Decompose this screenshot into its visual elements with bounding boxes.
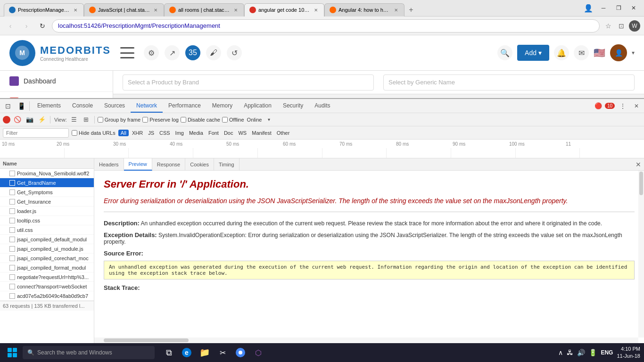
tab-memory[interactable]: Memory (206, 99, 238, 113)
clear-button[interactable]: 🚫 (12, 115, 23, 125)
detail-scrollbar-thumb[interactable] (639, 172, 643, 195)
vs-app[interactable]: ⬡ (250, 344, 267, 361)
tab-security[interactable]: Security (277, 99, 309, 113)
filter-img[interactable]: Img (173, 130, 186, 136)
detail-close-button[interactable]: ✕ (633, 159, 644, 170)
request-item-10[interactable]: jsapi_compiled_format_modul (0, 263, 94, 272)
volume-icon[interactable]: 🔊 (577, 349, 585, 356)
share-icon[interactable]: ↗ (165, 45, 180, 60)
filter-icon[interactable]: ⚡ (37, 115, 47, 125)
hide-data-urls-checkbox[interactable]: Hide data URLs (72, 130, 116, 136)
browser-tab-3[interactable]: all rooms | chat.stackove... ✕ (164, 3, 244, 16)
restore-button[interactable]: ❐ (612, 3, 625, 13)
file-explorer-app[interactable]: 📁 (196, 344, 213, 361)
filter-doc[interactable]: Doc (222, 130, 235, 136)
tab-console[interactable]: Console (66, 99, 99, 113)
browser-tab-2[interactable]: JavaScript | chat.stackove... ✕ (84, 3, 164, 16)
record-button[interactable] (3, 116, 10, 123)
request-item-11[interactable]: negotiate?requestUrl=http%3... (0, 272, 94, 282)
request-item-8[interactable]: jsapi_compiled_ui_module.js (0, 244, 94, 254)
profile-icon-addr[interactable]: W (629, 20, 640, 32)
tab-network[interactable]: Network (131, 99, 163, 113)
preserve-log-checkbox[interactable]: Preserve log (142, 117, 179, 123)
response-tab[interactable]: Response (152, 158, 186, 171)
request-item-4[interactable]: loader.js (0, 206, 94, 216)
disable-cache-input[interactable] (181, 117, 186, 123)
detail-hscroll-thumb[interactable] (104, 338, 189, 342)
filter-xhr[interactable]: XHR (130, 130, 145, 136)
offline-checkbox[interactable]: Offline (222, 117, 244, 123)
tab-application[interactable]: Application (238, 99, 277, 113)
start-button[interactable] (4, 344, 21, 361)
tab-close-3[interactable]: ✕ (232, 7, 239, 13)
search-icon[interactable]: 🔍 (497, 45, 512, 60)
preserve-log-input[interactable] (142, 117, 148, 123)
headers-tab[interactable]: Headers (94, 158, 124, 171)
request-item-5[interactable]: tooltip.css (0, 216, 94, 225)
generic-select[interactable]: Select by Generic Name (383, 74, 635, 90)
more-devtools-icon[interactable]: ⋮ (617, 100, 629, 112)
reload-button[interactable]: ↻ (36, 19, 49, 33)
filter-ws[interactable]: WS (236, 130, 248, 136)
profile-button[interactable]: 👤 (582, 3, 595, 13)
minimize-button[interactable]: ─ (597, 3, 610, 13)
browser-tab-5[interactable]: Angular 4: how to handle... ✕ (324, 3, 405, 16)
tab-performance[interactable]: Performance (163, 99, 206, 113)
cast-icon[interactable]: ⊡ (616, 20, 627, 32)
network-throttle-dropdown[interactable]: ▾ (264, 115, 274, 125)
show-hidden-icon[interactable]: ∧ (558, 349, 563, 356)
filter-js[interactable]: JS (146, 130, 156, 136)
brush-icon[interactable]: 🖌 (206, 45, 221, 60)
forward-button[interactable]: › (20, 19, 33, 33)
group-by-frame-checkbox[interactable]: Group by frame (98, 117, 140, 123)
capture-screenshot-icon[interactable]: 📷 (25, 115, 35, 125)
request-item-3[interactable]: Get_Insurance (0, 197, 94, 206)
email-icon[interactable]: ✉ (574, 45, 589, 60)
taskview-app[interactable]: ⧉ (160, 344, 177, 361)
hamburger-menu-icon[interactable] (120, 47, 134, 58)
battery-icon[interactable]: 🔋 (589, 349, 597, 356)
taskbar-search[interactable]: 🔍 Search the web and Windows (23, 346, 155, 359)
device-toolbar-icon[interactable]: 📱 (15, 100, 27, 112)
tab-audits[interactable]: Audits (309, 99, 336, 113)
tab-close-4[interactable]: ✕ (313, 7, 319, 13)
offline-input[interactable] (222, 117, 228, 123)
tab-close-1[interactable]: ✕ (72, 7, 79, 13)
request-item-0[interactable]: Proxima_Nova_Semibold.woff2 (0, 169, 94, 178)
filter-input[interactable] (3, 128, 69, 138)
address-input[interactable] (52, 19, 600, 33)
tab-close-2[interactable]: ✕ (152, 7, 159, 13)
add-button[interactable]: Add ▾ (517, 45, 549, 61)
brand-select[interactable]: Select a Product by Brand (123, 74, 374, 90)
refresh-icon[interactable]: ↺ (227, 45, 242, 60)
browser-tab-4[interactable]: angular get code 10000 ... ✕ (244, 3, 324, 16)
preview-tab[interactable]: Preview (124, 158, 152, 171)
filter-media[interactable]: Media (187, 130, 205, 136)
view-large-icon[interactable]: ⊞ (81, 115, 91, 125)
edge-app[interactable]: e (178, 344, 195, 361)
request-item-9[interactable]: jsapi_compiled_corechart_moc (0, 254, 94, 263)
browser-tab-1[interactable]: PrescriptionManagement ✕ (4, 3, 84, 16)
filter-all-button[interactable]: All (118, 130, 129, 136)
tab-sources[interactable]: Sources (99, 99, 131, 113)
settings-icon[interactable]: ⚙ (144, 45, 159, 60)
filter-css[interactable]: CSS (157, 130, 172, 136)
user-avatar[interactable]: 👤 (610, 44, 627, 61)
request-item-7[interactable]: jsapi_compiled_default_modul (0, 235, 94, 244)
back-button[interactable]: ‹ (4, 19, 17, 33)
sidebar-item-dashboard[interactable]: Dashboard (0, 71, 113, 92)
bookmark-icon[interactable]: ☆ (603, 20, 614, 32)
tab-close-5[interactable]: ✕ (393, 7, 399, 13)
filter-font[interactable]: Font (206, 130, 221, 136)
request-item-2[interactable]: Get_Symptoms (0, 188, 94, 197)
cookies-tab[interactable]: Cookies (185, 158, 214, 171)
network-taskbar-icon[interactable]: 🖧 (567, 349, 573, 356)
request-item-1[interactable]: Get_BrandName (0, 178, 94, 188)
hide-data-urls-input[interactable] (72, 130, 77, 136)
tab-elements[interactable]: Elements (32, 99, 66, 113)
snipping-app[interactable]: ✂ (214, 344, 231, 361)
language-badge[interactable]: ENG (601, 349, 613, 356)
request-item-6[interactable]: util.css (0, 225, 94, 235)
new-tab-button[interactable]: + (405, 3, 418, 16)
notification-icon[interactable]: 35 (185, 45, 200, 60)
